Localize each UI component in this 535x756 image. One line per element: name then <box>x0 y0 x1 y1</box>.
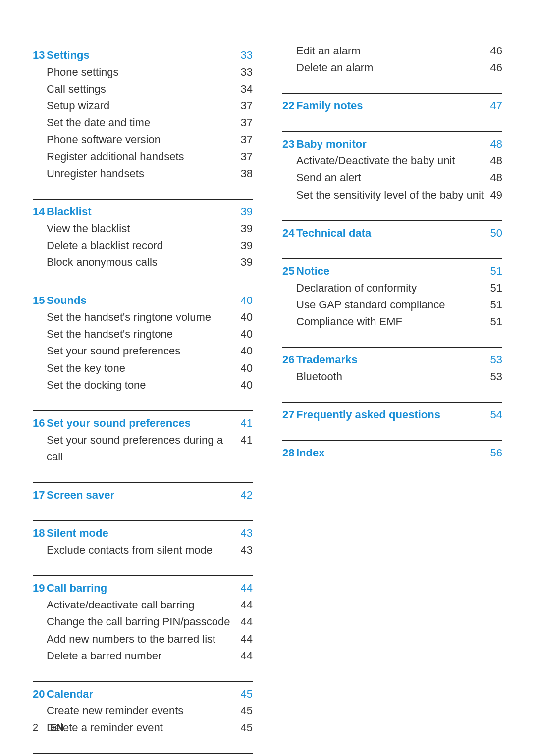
toc-section-heading[interactable]: 13Settings33 <box>33 47 253 64</box>
toc-page-number: 46 <box>486 59 502 76</box>
toc-section-title: Notice <box>296 263 486 280</box>
toc-entry[interactable]: Set the handset's ringtone40 <box>33 326 253 343</box>
toc-entry[interactable]: Send an alert48 <box>282 169 502 186</box>
toc-section-number: 19 <box>33 580 47 597</box>
toc-column-right: Edit an alarm46Delete an alarm4622Family… <box>282 43 502 756</box>
toc-entry-title: Create new reminder events <box>47 703 237 719</box>
toc-section-title: Call barring <box>47 580 237 597</box>
toc-entry[interactable]: Delete a barred number44 <box>33 648 253 664</box>
toc-page-number: 37 <box>237 149 253 165</box>
toc-entry[interactable]: Edit an alarm46 <box>282 43 502 59</box>
toc-entry[interactable]: View the blacklist39 <box>33 220 253 237</box>
toc-entry-title: Set the handset's ringtone volume <box>47 309 237 326</box>
toc-section-heading[interactable]: 22Family notes47 <box>282 98 502 114</box>
toc-entry[interactable]: Phone settings33 <box>33 64 253 81</box>
toc-page-number: 40 <box>237 292 253 309</box>
toc-entry-title: Phone software version <box>47 131 237 148</box>
toc-section-title: Calendar <box>47 686 237 703</box>
toc-entry[interactable]: Create new reminder events45 <box>33 703 253 719</box>
toc-entry[interactable]: Call settings34 <box>33 81 253 98</box>
toc-entry-title: Set your sound preferences <box>47 343 237 359</box>
toc-entry-title: Call settings <box>47 81 237 98</box>
toc-section-heading[interactable]: 19Call barring44 <box>33 580 253 597</box>
toc-section-title: Blacklist <box>47 203 237 220</box>
toc-section-heading[interactable]: 25Notice51 <box>282 263 502 280</box>
toc-entry[interactable]: Delete a reminder event45 <box>33 719 253 736</box>
toc-entry-title: Unregister handsets <box>47 165 237 182</box>
toc-section: 16Set your sound preferences41Set your s… <box>33 410 253 465</box>
toc-entry[interactable]: Add new numbers to the barred list44 <box>33 631 253 648</box>
toc-section-title: Silent mode <box>47 525 237 542</box>
toc-entry[interactable]: Set the sensitivity level of the baby un… <box>282 187 502 203</box>
toc-page-number: 40 <box>237 343 253 359</box>
toc-section-heading[interactable]: 28Index56 <box>282 445 502 461</box>
toc-section-heading[interactable]: 20Calendar45 <box>33 686 253 703</box>
toc-section-heading[interactable]: 15Sounds40 <box>33 292 253 309</box>
toc-section: 24Technical data50 <box>282 220 502 242</box>
toc-entry[interactable]: Block anonymous calls39 <box>33 254 253 271</box>
toc-entry[interactable]: Set the key tone40 <box>33 360 253 377</box>
toc-section-heading[interactable]: 14Blacklist39 <box>33 203 253 220</box>
toc-section: 19Call barring44Activate/deactivate call… <box>33 575 253 664</box>
toc-section-number: 13 <box>33 47 47 64</box>
toc-page-number: 46 <box>486 43 502 59</box>
toc-section-heading[interactable]: 26Trademarks53 <box>282 352 502 368</box>
toc-entry[interactable]: Set your sound preferences during a call… <box>33 432 253 465</box>
toc-entry[interactable]: Set the date and time37 <box>33 114 253 131</box>
toc-section-title: Baby monitor <box>296 136 486 152</box>
toc-entry[interactable]: Set your sound preferences40 <box>33 343 253 359</box>
toc-entry-title: Set the date and time <box>47 114 237 131</box>
toc-section-heading[interactable]: 24Technical data50 <box>282 225 502 242</box>
toc-section-number: 17 <box>33 487 47 504</box>
toc-entry[interactable]: Activate/Deactivate the baby unit48 <box>282 152 502 169</box>
toc-entry[interactable]: Register additional handsets37 <box>33 149 253 165</box>
toc-section-continuation: Edit an alarm46Delete an alarm46 <box>282 43 502 76</box>
toc-page-number: 37 <box>237 114 253 131</box>
toc-section-heading[interactable]: 16Set your sound preferences41 <box>33 415 253 432</box>
toc-page-number: 40 <box>237 326 253 343</box>
toc-entry[interactable]: Use GAP standard compliance51 <box>282 297 502 313</box>
toc-section: 27Frequently asked questions54 <box>282 402 502 423</box>
toc-section-title: Trademarks <box>296 352 486 368</box>
toc-entry[interactable]: Exclude contacts from silent mode43 <box>33 542 253 558</box>
toc-entry[interactable]: Set the docking tone40 <box>33 377 253 394</box>
toc-entry[interactable]: Delete a blacklist record39 <box>33 237 253 254</box>
toc-section-heading[interactable]: 18Silent mode43 <box>33 525 253 542</box>
toc-entry-title: Delete an alarm <box>296 59 486 76</box>
toc-entry[interactable]: Phone software version37 <box>33 131 253 148</box>
toc-entry[interactable]: Change the call barring PIN/passcode44 <box>33 613 253 630</box>
toc-columns: 13Settings33Phone settings33Call setting… <box>33 43 502 756</box>
toc-entry[interactable]: Delete an alarm46 <box>282 59 502 76</box>
toc-section-heading[interactable]: 17Screen saver42 <box>33 487 253 504</box>
toc-entry-title: Declaration of conformity <box>296 280 486 297</box>
toc-page-number: 41 <box>237 432 253 449</box>
toc-page-number: 41 <box>237 415 253 432</box>
toc-page-number: 48 <box>486 136 502 152</box>
toc-page-number: 49 <box>486 187 502 203</box>
toc-page-number: 38 <box>237 165 253 182</box>
toc-entry-title: Activate/Deactivate the baby unit <box>296 152 486 169</box>
toc-page-number: 53 <box>486 352 502 368</box>
toc-section-title: Index <box>296 445 486 461</box>
toc-page-number: 39 <box>237 254 253 271</box>
toc-entry[interactable]: Unregister handsets38 <box>33 165 253 182</box>
toc-entry[interactable]: Declaration of conformity51 <box>282 280 502 297</box>
toc-page-number: 39 <box>237 220 253 237</box>
toc-entry-title: Set the handset's ringtone <box>47 326 237 343</box>
toc-entry-title: Activate/deactivate call barring <box>47 597 237 613</box>
toc-section: 18Silent mode43Exclude contacts from sil… <box>33 520 253 558</box>
toc-entry[interactable]: Bluetooth53 <box>282 368 502 385</box>
toc-page-number: 33 <box>237 64 253 81</box>
toc-page-number: 39 <box>237 237 253 254</box>
toc-section-heading[interactable]: 27Frequently asked questions54 <box>282 406 502 423</box>
toc-section-title: Frequently asked questions <box>296 406 486 423</box>
toc-entry[interactable]: Activate/deactivate call barring44 <box>33 597 253 613</box>
toc-entry[interactable]: Setup wizard37 <box>33 98 253 114</box>
toc-page-number: 44 <box>237 613 253 630</box>
toc-section-number: 23 <box>282 136 296 152</box>
toc-entry[interactable]: Set the handset's ringtone volume40 <box>33 309 253 326</box>
toc-page-number: 37 <box>237 98 253 114</box>
toc-section-number: 27 <box>282 406 296 423</box>
toc-entry[interactable]: Compliance with EMF51 <box>282 313 502 330</box>
toc-section-heading[interactable]: 23Baby monitor48 <box>282 136 502 152</box>
